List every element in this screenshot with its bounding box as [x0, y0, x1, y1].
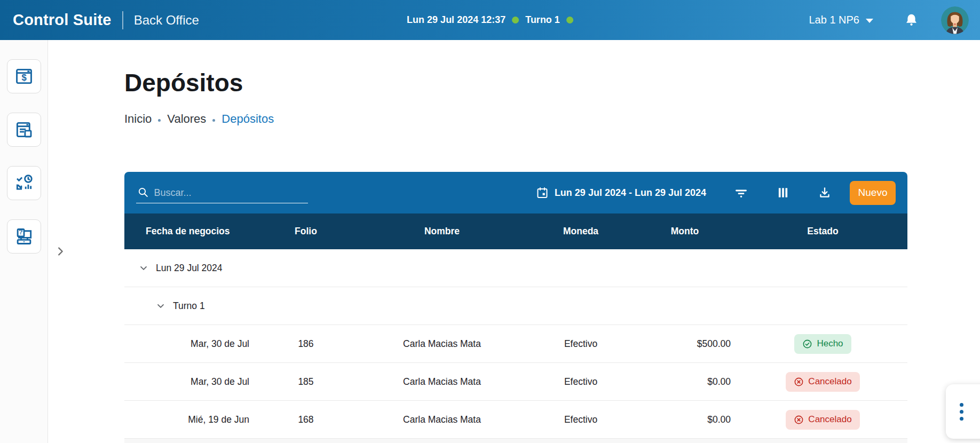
shift-label: Turno 1: [525, 14, 560, 26]
cell-fecha: Mar, 30 de Jul: [124, 338, 258, 350]
account-selector[interactable]: Lab 1 NP6: [809, 14, 873, 26]
columns-button[interactable]: [776, 186, 790, 200]
cell-nombre: Carla Macias Mata: [354, 414, 530, 425]
cell-nombre: Carla Macias Mata: [354, 376, 530, 387]
status-badge-cancelado: Cancelado: [786, 372, 859, 392]
column-header-folio[interactable]: Folio: [258, 226, 354, 237]
app-brand: Control Suite: [13, 11, 112, 29]
table-toolbar: Lun 29 Jul 2024 - Lun 29 Jul 2024: [124, 172, 907, 213]
sidebar-item-audit[interactable]: [7, 166, 41, 200]
sidebar-item-pos-terminal[interactable]: ?: [7, 219, 41, 254]
date-range-picker[interactable]: Lun 29 Jul 2024 - Lun 29 Jul 2024: [536, 186, 706, 199]
search-box: [136, 183, 308, 203]
breadcrumb-valores[interactable]: Valores: [167, 112, 206, 126]
audit-clock-chart-icon: [14, 173, 34, 193]
left-sidebar: $ ?: [0, 40, 48, 443]
cell-monto: $0.00: [631, 414, 738, 425]
cell-moneda: Efectivo: [530, 338, 631, 350]
cell-estado: Cancelado: [738, 372, 907, 392]
breadcrumb-inicio[interactable]: Inicio: [124, 112, 152, 126]
cell-folio: 185: [258, 376, 354, 387]
cell-monto: $500.00: [631, 338, 738, 350]
pos-terminal-icon: ?: [14, 226, 34, 247]
notifications-button[interactable]: [904, 13, 919, 27]
table-header-row: Fecha de negocios Folio Nombre Moneda Mo…: [124, 213, 907, 249]
svg-text:$: $: [21, 73, 26, 83]
x-circle-icon: [794, 415, 804, 425]
download-icon: [818, 186, 832, 200]
status-label: Hecho: [817, 338, 843, 349]
user-avatar[interactable]: [941, 6, 969, 34]
page-title: Depósitos: [124, 68, 243, 97]
window-dollar-icon: $: [14, 66, 34, 86]
cell-folio: 168: [258, 414, 354, 425]
status-badge-cancelado: Cancelado: [786, 410, 859, 430]
group-label: Turno 1: [173, 300, 205, 312]
brand-divider: [122, 11, 123, 29]
download-button[interactable]: [818, 186, 832, 200]
avatar-woman-icon: [941, 6, 969, 34]
date-range-label: Lun 29 Jul 2024 - Lun 29 Jul 2024: [555, 187, 706, 199]
status-badge-hecho: Hecho: [794, 334, 851, 354]
cell-fecha: Mié, 19 de Jun: [124, 414, 258, 425]
cell-monto: $0.00: [631, 376, 738, 387]
filter-button[interactable]: [734, 186, 748, 200]
account-label: Lab 1 NP6: [809, 14, 859, 26]
kebab-menu-icon: [960, 403, 963, 421]
floating-more-actions-button[interactable]: [946, 384, 980, 439]
svg-text:?: ?: [19, 228, 22, 236]
chevron-down-icon: [866, 19, 873, 23]
column-header-fecha[interactable]: Fecha de negocios: [124, 226, 258, 237]
chevron-down-icon[interactable]: [155, 300, 166, 311]
sidebar-item-cash-window[interactable]: $: [7, 59, 41, 93]
status-dot-icon: [512, 17, 519, 23]
cell-nombre: Carla Macias Mata: [354, 338, 530, 350]
report-pages-icon: [14, 120, 34, 140]
top-header-bar: Control Suite Back Office Lun 29 Jul 202…: [0, 0, 980, 40]
cell-estado: Hecho: [738, 334, 907, 354]
cell-moneda: Efectivo: [530, 376, 631, 387]
breadcrumb-separator-icon: [158, 119, 161, 122]
group-row-shift[interactable]: Turno 1: [124, 287, 907, 325]
breadcrumb-depositos: Depósitos: [222, 112, 274, 126]
cell-estado: Cancelado: [738, 410, 907, 430]
sidebar-expand-button[interactable]: [53, 243, 67, 259]
breadcrumb: Inicio Valores Depósitos: [124, 112, 274, 126]
table-row[interactable]: Mié, 19 de Jun 168 Carla Macias Mata Efe…: [124, 401, 907, 439]
brand-group: Control Suite Back Office: [0, 11, 199, 29]
chevron-down-icon[interactable]: [138, 263, 149, 273]
search-icon: [137, 186, 149, 199]
filter-icon: [734, 186, 748, 200]
status-label: Cancelado: [808, 376, 851, 387]
breadcrumb-separator-icon: [212, 119, 215, 122]
toolbar-right: Lun 29 Jul 2024 - Lun 29 Jul 2024: [536, 181, 896, 205]
check-circle-icon: [802, 339, 812, 349]
group-label: Lun 29 Jul 2024: [156, 263, 223, 274]
column-header-nombre[interactable]: Nombre: [354, 226, 530, 237]
deposits-table-card: Lun 29 Jul 2024 - Lun 29 Jul 2024: [124, 172, 907, 443]
search-input[interactable]: [154, 187, 306, 199]
columns-icon: [776, 186, 790, 200]
table-row[interactable]: Mar, 30 de Jul 186 Carla Macias Mata Efe…: [124, 325, 907, 363]
group-row-date[interactable]: Lun 29 Jul 2024: [124, 249, 907, 287]
session-datetime: Lun 29 Jul 2024 12:37: [407, 14, 505, 26]
column-header-estado[interactable]: Estado: [738, 226, 907, 237]
chevron-right-icon: [54, 244, 66, 258]
cell-folio: 186: [258, 338, 354, 350]
table-footer-strip: [124, 439, 907, 443]
session-status: Lun 29 Jul 2024 12:37 Turno 1: [407, 0, 573, 40]
cell-moneda: Efectivo: [530, 414, 631, 425]
column-header-moneda[interactable]: Moneda: [530, 226, 631, 237]
new-deposit-button[interactable]: Nuevo: [850, 181, 896, 205]
calendar-icon: [536, 186, 549, 199]
table-row[interactable]: Mar, 30 de Jul 185 Carla Macias Mata Efe…: [124, 363, 907, 401]
cell-fecha: Mar, 30 de Jul: [124, 376, 258, 387]
bell-icon: [904, 13, 919, 27]
status-label: Cancelado: [808, 414, 851, 425]
status-dot-icon: [566, 17, 573, 23]
sidebar-item-reports[interactable]: [7, 113, 41, 147]
x-circle-icon: [794, 377, 804, 387]
topbar-right: Lab 1 NP6: [809, 6, 980, 34]
column-header-monto[interactable]: Monto: [631, 226, 738, 237]
module-title: Back Office: [134, 13, 199, 28]
